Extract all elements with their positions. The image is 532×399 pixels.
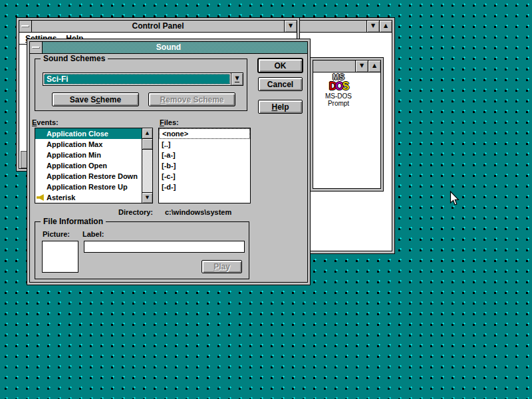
- list-item[interactable]: [..]: [159, 139, 250, 150]
- list-item[interactable]: Asterisk: [35, 192, 142, 203]
- save-scheme-button[interactable]: Save Scheme: [52, 92, 139, 106]
- file-information-groupbox: File Information Picture: Label: Play: [35, 221, 249, 279]
- sound-schemes-groupbox: Sound Schemes Sci-Fi ▼ Save Scheme Remov…: [35, 59, 247, 111]
- events-label: Events:: [32, 118, 59, 126]
- speaker-icon: [37, 194, 45, 201]
- scroll-down-icon: ▼: [146, 195, 149, 200]
- minimize-button[interactable]: ▼: [366, 21, 379, 32]
- sound-schemes-group-label: Sound Schemes: [41, 54, 108, 63]
- program-manager-titlebar[interactable]: ▼ ▲: [296, 21, 392, 33]
- list-item[interactable]: Application Close: [35, 128, 142, 139]
- sound-dialog[interactable]: Sound Sound Schemes Sci-Fi ▼ Save Scheme…: [27, 39, 311, 285]
- maximize-button[interactable]: ▲: [379, 21, 392, 32]
- control-panel-titlebar[interactable]: Control Panel ▼: [19, 21, 297, 33]
- picture-preview-box: [42, 241, 78, 273]
- remove-scheme-button[interactable]: Remove Scheme: [148, 92, 235, 106]
- group-window-client: MS DOS MS-DOSPrompt: [313, 72, 380, 188]
- mouse-cursor: [450, 191, 460, 207]
- sound-scheme-dropdown[interactable]: Sci-Fi ▼: [43, 72, 243, 86]
- events-list: Application CloseApplication MaxApplicat…: [35, 128, 142, 203]
- files-list: <none>[..][-a-][-b-][-c-][-d-]: [159, 128, 250, 203]
- ok-button[interactable]: OK: [258, 59, 303, 72]
- label-label: Label:: [82, 230, 104, 238]
- list-item[interactable]: Application Restore Up: [35, 182, 142, 192]
- list-item[interactable]: [-b-]: [159, 160, 250, 171]
- control-menu-button[interactable]: [30, 42, 43, 53]
- maximize-icon: ▲: [372, 63, 376, 68]
- program-item-label: MS-DOSPrompt: [317, 92, 360, 107]
- list-item[interactable]: Application Max: [35, 139, 142, 150]
- list-item[interactable]: <none>: [159, 128, 250, 139]
- scroll-up-button[interactable]: ▲: [142, 128, 152, 139]
- dropdown-button[interactable]: ▼: [231, 73, 243, 85]
- scroll-up-icon: ▲: [146, 130, 149, 136]
- maximize-button[interactable]: ▲: [368, 61, 380, 72]
- minimize-button[interactable]: ▼: [284, 21, 297, 32]
- minimize-icon: ▼: [360, 63, 364, 68]
- files-listbox[interactable]: <none>[..][-a-][-b-][-c-][-d-]: [158, 128, 251, 203]
- minimize-icon: ▼: [289, 23, 293, 29]
- help-button[interactable]: Help: [258, 100, 303, 114]
- directory-value: c:\windows\system: [165, 208, 231, 216]
- list-item[interactable]: Application Min: [35, 150, 142, 160]
- sound-dialog-titlebar[interactable]: Sound: [30, 42, 307, 54]
- msdos-icon: DOS: [317, 81, 360, 91]
- play-button[interactable]: Play: [201, 260, 242, 273]
- chevron-down-icon: ▼: [235, 76, 239, 81]
- directory-label: Directory:: [118, 208, 153, 216]
- file-information-group-label: File Information: [41, 217, 106, 226]
- list-item[interactable]: Application Restore Down: [35, 171, 142, 182]
- sound-dialog-body: Sound Schemes Sci-Fi ▼ Save Scheme Remov…: [30, 54, 307, 282]
- files-label: Files:: [160, 118, 179, 126]
- window-title: Control Panel: [19, 21, 297, 32]
- events-scrollbar[interactable]: ▲ ▼: [142, 128, 152, 203]
- list-item[interactable]: [-a-]: [159, 150, 250, 160]
- desktop: ▼ ▲ ▼ ▲ MS DOS MS-DOSPrompt: [0, 0, 532, 399]
- minimize-icon: ▼: [371, 23, 375, 29]
- list-item[interactable]: Application Open: [35, 160, 142, 171]
- sound-scheme-selected-value: Sci-Fi: [44, 74, 230, 84]
- picture-label: Picture:: [43, 230, 70, 238]
- label-input[interactable]: [84, 241, 245, 253]
- control-menu-button[interactable]: [19, 21, 32, 32]
- minimize-button[interactable]: ▼: [355, 61, 368, 72]
- cancel-button[interactable]: Cancel: [258, 77, 303, 91]
- list-item[interactable]: [-d-]: [159, 182, 250, 192]
- group-window-titlebar[interactable]: ▼ ▲: [313, 61, 380, 72]
- events-listbox[interactable]: Application CloseApplication MaxApplicat…: [35, 128, 153, 203]
- dialog-title: Sound: [30, 42, 307, 53]
- list-item[interactable]: [-c-]: [159, 171, 250, 182]
- msdos-prompt-program-item[interactable]: MS DOS MS-DOSPrompt: [317, 74, 360, 107]
- maximize-icon: ▲: [384, 23, 388, 29]
- scroll-down-button[interactable]: ▼: [142, 192, 152, 203]
- group-window[interactable]: ▼ ▲ MS DOS MS-DOSPrompt: [310, 57, 384, 192]
- chevron-down-icon: [235, 82, 239, 82]
- scrollbar-thumb[interactable]: [142, 139, 152, 150]
